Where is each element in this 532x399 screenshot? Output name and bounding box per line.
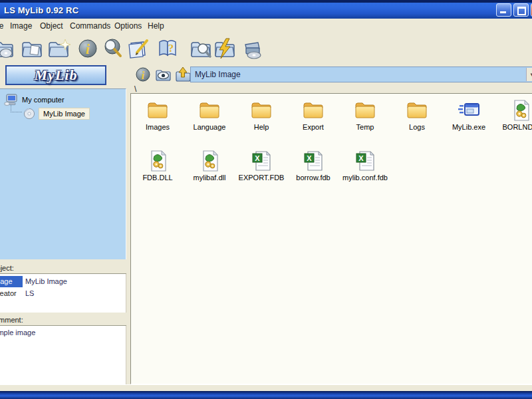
comment-section-header: Comment:	[0, 315, 126, 326]
search-disc-icon	[101, 37, 125, 61]
maximize-icon	[517, 7, 526, 15]
file-row-2: FDB.DLL mylibaf.dll EXPORT.FDB borrow.fd…	[132, 150, 391, 182]
file-item-fdb-dll[interactable]: FDB.DLL	[132, 150, 184, 182]
dll-file-icon	[198, 150, 221, 172]
file-label: borrow.fdb	[296, 174, 330, 182]
folder-icon	[406, 99, 428, 122]
file-item-export[interactable]: Export	[287, 99, 339, 131]
view-eye-icon	[154, 66, 172, 83]
dll-file-icon	[509, 99, 532, 122]
tree-item-mylib-image[interactable]: MyLib Image	[23, 108, 90, 120]
chevron-down-icon: ▼	[529, 72, 532, 78]
file-item-borrow-fdb[interactable]: borrow.fdb	[287, 150, 339, 182]
database-file-icon	[250, 150, 273, 172]
toolbar-help-button[interactable]	[156, 37, 180, 61]
file-label: mylibaf.dll	[194, 174, 226, 182]
folder-up-icon	[174, 66, 192, 83]
toolbar-quick-button[interactable]	[213, 37, 237, 61]
folder-icon	[354, 99, 376, 122]
file-label: mylib.conf.fdb	[342, 174, 388, 182]
new-image-folder-icon	[47, 37, 70, 61]
database-file-icon	[302, 150, 325, 172]
application-icon	[458, 99, 480, 122]
print-disc-icon	[241, 37, 265, 61]
toolbar-find-button[interactable]	[189, 37, 213, 61]
file-item-mylibaf-dll[interactable]: mylibaf.dll	[184, 150, 235, 182]
file-item-borlndm[interactable]: BORLNDM	[495, 99, 532, 131]
folder-icon	[302, 99, 325, 122]
file-label: Language	[194, 123, 226, 131]
open-folder-icon	[20, 37, 44, 61]
address-combobox[interactable]: MyLib Image ▼	[190, 66, 532, 82]
window-bottom-border	[0, 391, 532, 399]
quick-action-icon	[213, 37, 237, 61]
edit-notes-icon	[126, 37, 150, 61]
file-label: Help	[254, 123, 269, 131]
file-item-language[interactable]: Language	[184, 99, 235, 131]
file-item-logs[interactable]: Logs	[391, 99, 443, 131]
file-list-panel: Images Language Help Export Temp Logs My…	[130, 93, 532, 384]
file-label: MyLib.exe	[452, 123, 485, 131]
object-property-value: MyLib Image	[25, 277, 67, 285]
file-item-images[interactable]: Images	[132, 99, 184, 131]
toolbar-edit-button[interactable]	[126, 37, 150, 61]
title-bar: LS MyLib 0.92 RC	[0, 0, 532, 19]
object-property-key: Image	[0, 276, 23, 287]
toolbar-info-button[interactable]	[76, 37, 100, 61]
comment-box[interactable]: Sample image	[0, 326, 126, 384]
file-item-temp[interactable]: Temp	[339, 99, 391, 131]
file-item-help[interactable]: Help	[235, 99, 287, 131]
database-file-icon	[354, 150, 376, 172]
window-title: LS MyLib 0.92 RC	[4, 5, 78, 15]
toolbar-print-button[interactable]	[241, 37, 265, 61]
file-label: FDB.DLL	[142, 174, 172, 182]
object-property-value: LS	[25, 289, 34, 297]
file-row-1: Images Language Help Export Temp Logs My…	[132, 99, 532, 131]
tree-item-my-computer[interactable]: My computer	[4, 93, 65, 106]
address-info-button[interactable]	[134, 66, 152, 83]
folder-icon	[146, 99, 169, 122]
object-section-header: Object:	[0, 263, 126, 274]
menu-options[interactable]: Options	[114, 21, 142, 31]
toolbar-new-image-button[interactable]	[47, 37, 70, 61]
info-disc-icon	[134, 66, 152, 83]
menu-bar: File Image Object Commands Options Help	[0, 19, 532, 33]
address-value: MyLib Image	[191, 70, 241, 79]
menu-object[interactable]: Object	[40, 21, 63, 31]
comment-section-title: Comment:	[0, 316, 23, 324]
address-view-button[interactable]	[154, 66, 172, 83]
tree-panel: My computer MyLib Image	[0, 88, 126, 259]
dll-file-icon	[146, 150, 169, 172]
file-label: Export	[303, 123, 324, 131]
disc-icon	[23, 108, 35, 120]
folder-icon	[250, 99, 273, 122]
mylib-logo-text: MyLib	[35, 66, 78, 84]
menu-commands[interactable]: Commands	[70, 21, 110, 31]
file-label: Logs	[409, 123, 425, 131]
find-in-folder-icon	[189, 37, 213, 61]
address-up-button[interactable]	[174, 66, 192, 83]
combo-dropdown-button[interactable]: ▼	[526, 68, 532, 81]
minimize-button[interactable]	[496, 3, 511, 17]
menu-image[interactable]: Image	[10, 21, 32, 31]
app-window: LS MyLib 0.92 RC File Image Object Comma…	[0, 0, 532, 399]
minimize-icon	[500, 11, 506, 13]
current-path: \	[134, 84, 136, 94]
tree-item-label-selected: MyLib Image	[39, 108, 90, 120]
file-item-mylib-exe[interactable]: MyLib.exe	[443, 99, 495, 131]
file-item-export-fdb[interactable]: EXPORT.FDB	[235, 150, 287, 182]
file-item-mylib-conf-fdb[interactable]: mylib.conf.fdb	[339, 150, 391, 182]
folder-icon	[198, 99, 221, 122]
menu-file[interactable]: File	[0, 21, 3, 31]
computer-icon	[4, 93, 19, 106]
toolbar-open-image-button[interactable]	[0, 37, 15, 61]
help-book-icon	[156, 37, 180, 61]
file-label: Images	[146, 123, 170, 131]
object-section-title: Object:	[0, 264, 14, 272]
file-label: BORLNDM	[502, 123, 532, 131]
open-image-folder-icon	[0, 37, 15, 61]
toolbar-open-folder-button[interactable]	[20, 37, 44, 61]
toolbar-search-button[interactable]	[101, 37, 125, 61]
maximize-button[interactable]	[513, 3, 529, 17]
menu-help[interactable]: Help	[148, 21, 164, 31]
